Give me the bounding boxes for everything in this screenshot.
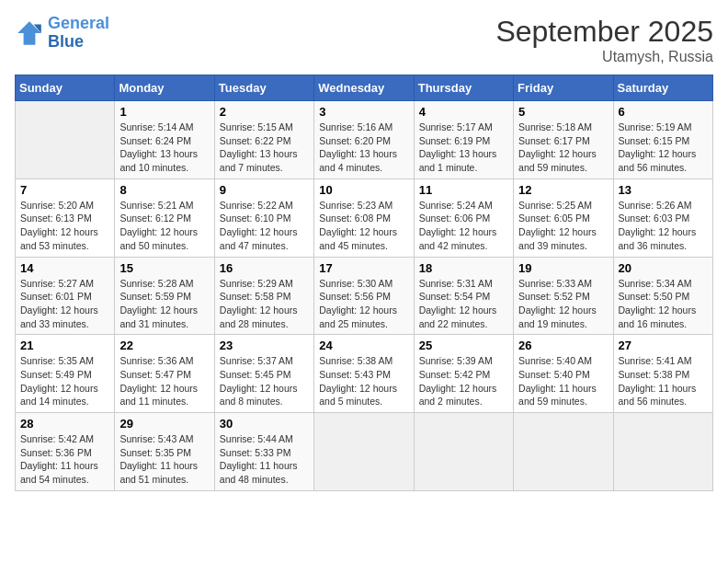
day-info: Sunrise: 5:29 AMSunset: 5:58 PMDaylight:…: [220, 277, 309, 331]
day-info: Sunrise: 5:16 AMSunset: 6:20 PMDaylight:…: [319, 121, 408, 175]
calendar-cell: 16Sunrise: 5:29 AMSunset: 5:58 PMDayligh…: [214, 257, 313, 335]
logo-text: General Blue: [48, 15, 109, 52]
day-number: 12: [518, 183, 608, 197]
calendar-cell: 24Sunrise: 5:38 AMSunset: 5:43 PMDayligh…: [314, 335, 414, 413]
calendar-week-1: 1Sunrise: 5:14 AMSunset: 6:24 PMDaylight…: [16, 101, 713, 179]
title-block: September 2025 Utamysh, Russia: [495, 15, 713, 65]
day-number: 24: [319, 339, 408, 352]
day-info: Sunrise: 5:40 AMSunset: 5:40 PMDaylight:…: [518, 354, 608, 408]
calendar-week-5: 28Sunrise: 5:42 AMSunset: 5:36 PMDayligh…: [16, 413, 713, 491]
day-number: 11: [419, 183, 508, 197]
day-number: 3: [319, 105, 408, 119]
calendar-cell: 19Sunrise: 5:33 AMSunset: 5:52 PMDayligh…: [514, 257, 613, 335]
calendar-table: SundayMondayTuesdayWednesdayThursdayFrid…: [15, 75, 713, 491]
calendar-week-3: 14Sunrise: 5:27 AMSunset: 6:01 PMDayligh…: [16, 257, 713, 335]
day-info: Sunrise: 5:35 AMSunset: 5:49 PMDaylight:…: [20, 354, 109, 408]
weekday-header-friday: Friday: [514, 75, 613, 101]
day-number: 13: [619, 183, 708, 197]
calendar-cell: 29Sunrise: 5:43 AMSunset: 5:35 PMDayligh…: [115, 413, 214, 491]
day-info: Sunrise: 5:15 AMSunset: 6:22 PMDaylight:…: [220, 121, 309, 175]
weekday-header-monday: Monday: [115, 75, 214, 101]
calendar-cell: 10Sunrise: 5:23 AMSunset: 6:08 PMDayligh…: [314, 178, 414, 257]
day-number: 18: [419, 261, 508, 275]
day-number: 23: [220, 339, 309, 352]
day-info: Sunrise: 5:42 AMSunset: 5:36 PMDaylight:…: [20, 432, 109, 487]
calendar-week-4: 21Sunrise: 5:35 AMSunset: 5:49 PMDayligh…: [16, 335, 713, 413]
day-info: Sunrise: 5:43 AMSunset: 5:35 PMDaylight:…: [119, 432, 209, 487]
day-number: 8: [119, 183, 209, 197]
day-info: Sunrise: 5:26 AMSunset: 6:03 PMDaylight:…: [619, 199, 708, 253]
day-number: 15: [119, 261, 209, 275]
day-number: 17: [319, 261, 408, 275]
day-info: Sunrise: 5:14 AMSunset: 6:24 PMDaylight:…: [119, 121, 209, 175]
calendar-cell: 15Sunrise: 5:28 AMSunset: 5:59 PMDayligh…: [115, 257, 214, 335]
day-info: Sunrise: 5:18 AMSunset: 6:17 PMDaylight:…: [518, 121, 608, 175]
calendar-cell: 23Sunrise: 5:37 AMSunset: 5:45 PMDayligh…: [214, 335, 313, 413]
weekday-header-thursday: Thursday: [414, 75, 513, 101]
day-number: 5: [518, 105, 608, 119]
day-info: Sunrise: 5:36 AMSunset: 5:47 PMDaylight:…: [119, 354, 209, 408]
day-number: 19: [518, 261, 608, 275]
calendar-cell: 9Sunrise: 5:22 AMSunset: 6:10 PMDaylight…: [214, 178, 313, 257]
calendar-cell: 4Sunrise: 5:17 AMSunset: 6:19 PMDaylight…: [414, 101, 513, 179]
calendar-cell: 18Sunrise: 5:31 AMSunset: 5:54 PMDayligh…: [414, 257, 513, 335]
calendar-cell: 14Sunrise: 5:27 AMSunset: 6:01 PMDayligh…: [16, 257, 115, 335]
day-info: Sunrise: 5:23 AMSunset: 6:08 PMDaylight:…: [319, 199, 408, 253]
weekday-header-tuesday: Tuesday: [214, 75, 313, 101]
calendar-cell: 25Sunrise: 5:39 AMSunset: 5:42 PMDayligh…: [414, 335, 513, 413]
calendar-cell: 12Sunrise: 5:25 AMSunset: 6:05 PMDayligh…: [514, 178, 613, 257]
day-number: 6: [619, 105, 708, 119]
calendar-cell: [314, 413, 414, 491]
calendar-cell: [414, 413, 513, 491]
page-header: General Blue September 2025 Utamysh, Rus…: [15, 15, 713, 65]
day-info: Sunrise: 5:33 AMSunset: 5:52 PMDaylight:…: [518, 277, 608, 331]
calendar-cell: [16, 101, 115, 179]
day-info: Sunrise: 5:34 AMSunset: 5:50 PMDaylight:…: [619, 277, 708, 331]
day-number: 22: [119, 339, 209, 352]
day-info: Sunrise: 5:20 AMSunset: 6:13 PMDaylight:…: [20, 199, 109, 253]
day-number: 14: [20, 261, 109, 275]
calendar-cell: 28Sunrise: 5:42 AMSunset: 5:36 PMDayligh…: [16, 413, 115, 491]
day-info: Sunrise: 5:30 AMSunset: 5:56 PMDaylight:…: [319, 277, 408, 331]
calendar-cell: 21Sunrise: 5:35 AMSunset: 5:49 PMDayligh…: [16, 335, 115, 413]
calendar-cell: [613, 413, 712, 491]
day-number: 1: [119, 105, 209, 119]
day-info: Sunrise: 5:21 AMSunset: 6:12 PMDaylight:…: [119, 199, 209, 253]
day-number: 4: [419, 105, 508, 119]
calendar-week-2: 7Sunrise: 5:20 AMSunset: 6:13 PMDaylight…: [16, 178, 713, 257]
logo-icon: [15, 18, 44, 48]
calendar-cell: 17Sunrise: 5:30 AMSunset: 5:56 PMDayligh…: [314, 257, 414, 335]
day-info: Sunrise: 5:22 AMSunset: 6:10 PMDaylight:…: [220, 199, 309, 253]
calendar-cell: 30Sunrise: 5:44 AMSunset: 5:33 PMDayligh…: [214, 413, 313, 491]
calendar-cell: 1Sunrise: 5:14 AMSunset: 6:24 PMDaylight…: [115, 101, 214, 179]
day-number: 9: [220, 183, 309, 197]
day-number: 30: [220, 417, 309, 431]
calendar-header-row: SundayMondayTuesdayWednesdayThursdayFrid…: [16, 75, 713, 101]
day-info: Sunrise: 5:37 AMSunset: 5:45 PMDaylight:…: [220, 354, 309, 408]
day-info: Sunrise: 5:41 AMSunset: 5:38 PMDaylight:…: [619, 354, 708, 408]
day-number: 26: [518, 339, 608, 352]
day-info: Sunrise: 5:31 AMSunset: 5:54 PMDaylight:…: [419, 277, 508, 331]
weekday-header-wednesday: Wednesday: [314, 75, 414, 101]
day-number: 2: [220, 105, 309, 119]
day-number: 16: [220, 261, 309, 275]
day-number: 28: [20, 417, 109, 431]
location-subtitle: Utamysh, Russia: [495, 49, 713, 65]
weekday-header-saturday: Saturday: [613, 75, 712, 101]
day-number: 25: [419, 339, 508, 352]
day-info: Sunrise: 5:19 AMSunset: 6:15 PMDaylight:…: [619, 121, 708, 175]
calendar-cell: 27Sunrise: 5:41 AMSunset: 5:38 PMDayligh…: [613, 335, 712, 413]
calendar-cell: 22Sunrise: 5:36 AMSunset: 5:47 PMDayligh…: [115, 335, 214, 413]
day-info: Sunrise: 5:27 AMSunset: 6:01 PMDaylight:…: [20, 277, 109, 331]
day-number: 21: [20, 339, 109, 352]
calendar-cell: 20Sunrise: 5:34 AMSunset: 5:50 PMDayligh…: [613, 257, 712, 335]
day-info: Sunrise: 5:38 AMSunset: 5:43 PMDaylight:…: [319, 354, 408, 408]
calendar-cell: 7Sunrise: 5:20 AMSunset: 6:13 PMDaylight…: [16, 178, 115, 257]
day-number: 29: [119, 417, 209, 431]
calendar-cell: 8Sunrise: 5:21 AMSunset: 6:12 PMDaylight…: [115, 178, 214, 257]
day-info: Sunrise: 5:39 AMSunset: 5:42 PMDaylight:…: [419, 354, 508, 408]
calendar-cell: [514, 413, 613, 491]
day-info: Sunrise: 5:44 AMSunset: 5:33 PMDaylight:…: [220, 432, 309, 487]
day-info: Sunrise: 5:28 AMSunset: 5:59 PMDaylight:…: [119, 277, 209, 331]
day-info: Sunrise: 5:24 AMSunset: 6:06 PMDaylight:…: [419, 199, 508, 253]
